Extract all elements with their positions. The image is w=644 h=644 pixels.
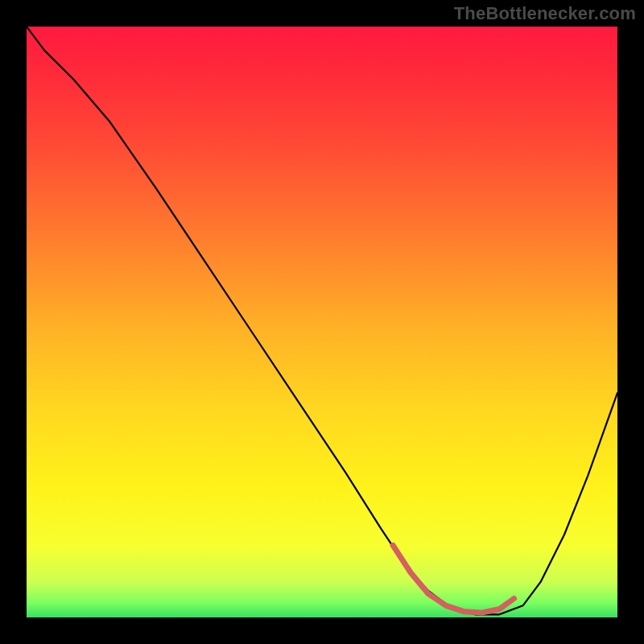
chart-svg: [27, 27, 617, 617]
chart-frame: TheBottlenecker.com: [0, 0, 644, 644]
gradient-background: [27, 27, 617, 617]
watermark-text: TheBottlenecker.com: [454, 3, 636, 24]
plot-area: [27, 27, 617, 617]
